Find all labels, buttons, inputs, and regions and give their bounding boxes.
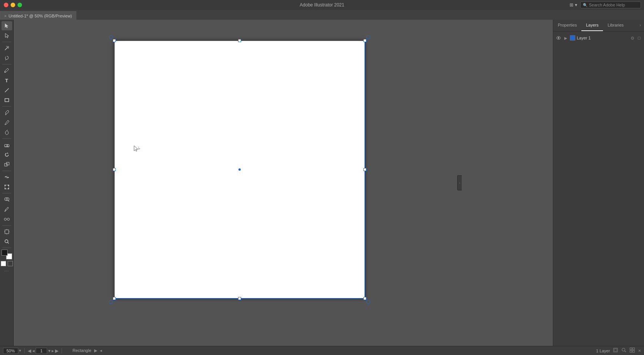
panel-collapse-button[interactable]: › <box>636 20 644 31</box>
tab-close[interactable]: × <box>4 14 6 18</box>
handle-top-center[interactable] <box>238 39 241 42</box>
nav-prev-button[interactable]: ◂ <box>32 348 35 353</box>
maximize-button[interactable] <box>17 3 22 7</box>
svg-point-1 <box>7 46 9 48</box>
svg-line-9 <box>7 130 8 130</box>
tool-line[interactable] <box>2 86 12 95</box>
main-layout: T <box>0 20 644 346</box>
tool-blob-brush[interactable] <box>2 128 12 137</box>
svg-line-23 <box>8 201 9 201</box>
handle-middle-right[interactable] <box>363 168 366 171</box>
svg-point-40 <box>558 37 559 39</box>
handle-middle-left[interactable] <box>113 168 116 171</box>
status-arrow-icon[interactable]: ▶ <box>94 348 97 353</box>
tool-warp[interactable] <box>2 173 12 182</box>
tool-scale[interactable] <box>2 160 12 169</box>
toolbar-separator-4 <box>2 138 11 139</box>
handle-top-right[interactable] <box>363 39 366 42</box>
canvas-area[interactable]: › <box>14 20 553 346</box>
status-info: Rectangle ▶ ◂ <box>73 348 102 353</box>
tool-direct-selection[interactable] <box>2 31 12 40</box>
tool-pen[interactable] <box>2 66 12 75</box>
rotation-handle-tl[interactable] <box>109 35 113 39</box>
rotation-handle-br[interactable] <box>366 300 370 304</box>
tool-rotate[interactable] <box>2 150 12 159</box>
rotation-handle-bl[interactable] <box>109 300 113 304</box>
title-bar: ⊞ ▾ 🔍 Search Adobe Help Adobe Illustrato… <box>0 0 644 10</box>
fit-page-button[interactable] <box>613 347 618 354</box>
search-help-placeholder: Search Adobe Help <box>589 3 625 7</box>
nav-next-button[interactable]: ▸ <box>52 348 54 353</box>
svg-line-44 <box>625 351 626 352</box>
status-extra-icon[interactable]: ◂ <box>100 348 102 353</box>
handle-bottom-left[interactable] <box>113 297 116 300</box>
tool-shape-builder[interactable] <box>2 195 12 204</box>
handle-bottom-right[interactable] <box>363 297 366 300</box>
tool-free-transform[interactable] <box>2 182 12 192</box>
zoom-dropdown-icon[interactable]: ▾ <box>19 348 21 353</box>
center-point <box>238 168 241 171</box>
svg-rect-48 <box>633 350 635 352</box>
close-all-button[interactable]: × <box>638 348 641 353</box>
document-tab[interactable]: × Untitled-1* @ 50% (RGB/Preview) <box>0 11 76 20</box>
right-panel: Properties Layers Libraries › ▶ Layer 1 … <box>553 20 644 346</box>
panel-collapse-arrow[interactable]: › <box>457 175 462 190</box>
stroke-indicator[interactable] <box>8 261 13 266</box>
more-tools[interactable]: ··· <box>4 269 9 273</box>
tool-eyedropper[interactable] <box>2 205 12 214</box>
svg-point-25 <box>7 218 9 220</box>
svg-point-43 <box>622 348 625 351</box>
zoom-fit-button[interactable] <box>621 347 627 354</box>
close-button[interactable] <box>4 3 8 7</box>
tool-zoom[interactable] <box>2 237 12 246</box>
tab-title: Untitled-1* @ 50% (RGB/Preview) <box>8 14 72 18</box>
tool-selection[interactable] <box>2 21 12 30</box>
workspace-dropdown-icon: ▾ <box>575 2 577 8</box>
tab-layers[interactable]: Layers <box>581 20 603 31</box>
tool-eraser[interactable] <box>2 140 12 149</box>
left-toolbar: T <box>0 20 14 346</box>
handle-bottom-center[interactable] <box>238 297 241 300</box>
handle-top-left[interactable] <box>113 39 116 42</box>
tool-magic-wand[interactable] <box>2 44 12 53</box>
nav-controls: ◀ ◂ ▾ ▸ ▶ <box>28 348 58 354</box>
tool-type[interactable]: T <box>2 76 12 85</box>
nav-first-button[interactable]: ◀ <box>28 348 31 353</box>
tab-libraries[interactable]: Libraries <box>603 20 628 31</box>
status-bar: ▾ ◀ ◂ ▾ ▸ ▶ Rectangle ▶ ◂ 1 Layer <box>0 346 644 355</box>
search-help-input[interactable]: 🔍 Search Adobe Help <box>580 2 641 8</box>
tab-properties[interactable]: Properties <box>553 20 581 31</box>
rotation-handle-tr[interactable] <box>366 35 370 39</box>
svg-rect-47 <box>630 350 632 352</box>
layer-options[interactable]: ⊙ <box>630 35 635 41</box>
tool-lasso[interactable] <box>2 53 12 63</box>
color-swatches[interactable] <box>2 250 12 259</box>
svg-rect-10 <box>5 145 8 147</box>
layer-expand-toggle[interactable]: ▶ <box>563 35 568 41</box>
tool-paintbrush[interactable] <box>2 108 12 117</box>
workspace-switcher[interactable]: ⊞ ▾ <box>570 2 577 8</box>
layer-name: Layer 1 <box>577 36 628 40</box>
tool-pencil[interactable] <box>2 118 12 127</box>
toolbar-separator-6 <box>2 193 11 193</box>
layer-row[interactable]: ▶ Layer 1 ⊙ □ <box>553 33 644 43</box>
layer-lock[interactable]: □ <box>636 35 642 41</box>
fill-indicator[interactable] <box>1 261 6 266</box>
fill-stroke-controls <box>1 261 13 266</box>
minimize-button[interactable] <box>11 3 15 7</box>
tool-artboard[interactable] <box>2 227 12 236</box>
svg-rect-17 <box>5 185 6 186</box>
nav-last-button[interactable]: ▶ <box>55 348 58 353</box>
layer-visibility-toggle[interactable] <box>556 35 562 41</box>
toolbar-separator-color <box>2 248 11 248</box>
arrange-documents-button[interactable] <box>630 347 635 354</box>
svg-line-6 <box>5 88 9 92</box>
zoom-control[interactable]: ▾ <box>3 348 21 354</box>
artboard-number-input[interactable] <box>36 348 47 354</box>
tool-blend[interactable] <box>2 215 12 224</box>
svg-point-5 <box>4 72 5 73</box>
tool-rectangle[interactable] <box>2 96 12 105</box>
zoom-input[interactable] <box>3 348 18 354</box>
artboard-dropdown-icon[interactable]: ▾ <box>48 348 51 353</box>
svg-rect-7 <box>5 99 9 102</box>
